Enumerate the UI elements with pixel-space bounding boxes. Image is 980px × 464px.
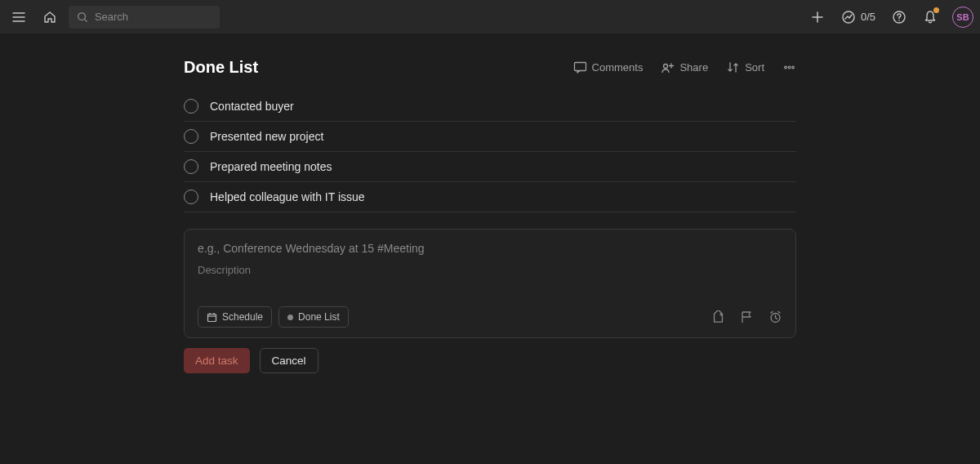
add-task-card: Schedule Done List (184, 229, 796, 338)
comments-label: Comments (592, 61, 644, 74)
clock-icon (768, 310, 782, 324)
svg-rect-17 (208, 314, 216, 321)
share-icon (661, 60, 675, 74)
add-card-footer: Schedule Done List (198, 306, 782, 328)
help-icon (892, 10, 906, 25)
chart-icon (841, 10, 856, 25)
task-description-input[interactable] (198, 264, 782, 276)
task-checkbox[interactable] (184, 159, 198, 174)
task-label: Presented new project (210, 130, 323, 143)
productivity-counter[interactable]: 0/5 (836, 7, 880, 28)
hamburger-icon (11, 10, 26, 25)
topbar-left (7, 5, 220, 29)
list-header: Done List Comments Share Sort (184, 58, 796, 77)
svg-point-21 (720, 314, 722, 315)
flag-button[interactable] (740, 310, 754, 324)
sort-icon (726, 60, 740, 74)
more-icon (782, 60, 796, 74)
task-item[interactable]: Contacted buyer (184, 91, 796, 122)
menu-button[interactable] (7, 5, 31, 29)
task-label: Contacted buyer (210, 100, 294, 113)
search-icon (77, 11, 88, 24)
add-task-button[interactable]: Add task (184, 348, 250, 373)
task-checkbox[interactable] (184, 99, 198, 114)
topbar-right: 0/5 SB (805, 5, 973, 29)
svg-point-14 (785, 66, 787, 69)
content: Done List Comments Share Sort (0, 33, 980, 373)
task-label: Prepared meeting notes (210, 160, 332, 173)
main-column: Done List Comments Share Sort (184, 58, 796, 373)
schedule-label: Schedule (222, 311, 263, 323)
schedule-chip[interactable]: Schedule (198, 306, 272, 328)
comment-icon (573, 60, 587, 74)
task-label: Helped colleague with IT issue (210, 190, 365, 203)
task-item[interactable]: Presented new project (184, 122, 796, 152)
header-actions: Comments Share Sort (573, 60, 796, 74)
plus-icon (810, 10, 825, 25)
home-button[interactable] (38, 5, 62, 29)
cancel-button[interactable]: Cancel (260, 348, 318, 373)
add-button[interactable] (805, 5, 830, 29)
task-checkbox[interactable] (184, 190, 198, 204)
notification-dot (933, 7, 939, 13)
task-item[interactable]: Prepared meeting notes (184, 152, 796, 182)
svg-rect-10 (574, 63, 586, 71)
topbar: 0/5 SB (0, 0, 980, 33)
counter-text: 0/5 (861, 11, 875, 23)
search-input[interactable] (95, 11, 212, 23)
footer-icons (711, 310, 782, 324)
search-box[interactable] (69, 6, 220, 29)
share-action[interactable]: Share (661, 60, 708, 74)
task-item[interactable]: Helped colleague with IT issue (184, 182, 796, 212)
svg-line-4 (85, 19, 87, 21)
project-chip[interactable]: Done List (278, 306, 349, 328)
sort-label: Sort (745, 61, 764, 74)
task-checkbox[interactable] (184, 129, 198, 144)
avatar[interactable]: SB (952, 7, 973, 28)
tag-icon (711, 310, 725, 324)
svg-point-9 (898, 20, 900, 21)
page-title: Done List (184, 58, 258, 77)
svg-point-15 (788, 66, 791, 69)
svg-point-16 (792, 66, 795, 69)
notifications-button[interactable] (918, 5, 942, 29)
label-button[interactable] (711, 310, 725, 324)
avatar-initials: SB (956, 12, 969, 22)
calendar-icon (207, 312, 217, 323)
flag-icon (740, 310, 754, 324)
help-button[interactable] (887, 5, 911, 29)
comments-action[interactable]: Comments (573, 60, 644, 74)
task-list: Contacted buyerPresented new projectPrep… (184, 91, 796, 212)
reminder-button[interactable] (768, 310, 782, 324)
project-dot-icon (287, 315, 293, 320)
sort-action[interactable]: Sort (726, 60, 764, 74)
svg-point-11 (664, 65, 668, 69)
home-icon (42, 10, 57, 25)
share-label: Share (679, 61, 708, 74)
action-row: Add task Cancel (184, 348, 796, 373)
task-title-input[interactable] (198, 242, 782, 255)
project-label: Done List (298, 311, 340, 323)
more-action[interactable] (782, 60, 796, 74)
